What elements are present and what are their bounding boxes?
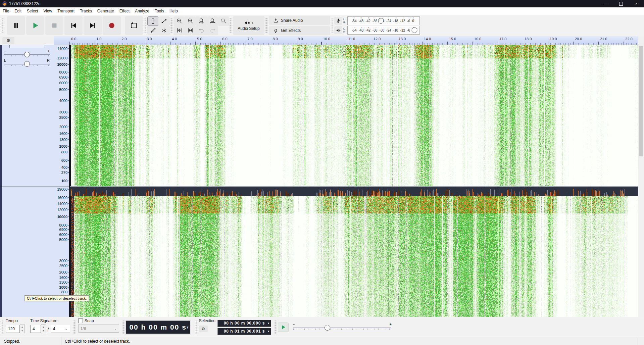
time-signature-lower[interactable]: 4⌄: [51, 325, 70, 333]
silence-audio-button[interactable]: [185, 26, 196, 35]
audio-position-display[interactable]: 00 h 00 m 00 s ▼: [126, 321, 190, 334]
freq-label: 16000: [57, 196, 67, 200]
record-volume-knob[interactable]: [378, 18, 384, 24]
record-meter-scale[interactable]: -54-48-42-36-30-24-18-12-60: [347, 16, 420, 25]
stop-button[interactable]: [45, 16, 63, 35]
track-1-control-panel[interactable]: − + L R: [0, 45, 54, 187]
time-signature-upper[interactable]: 4 ▲▼: [30, 325, 46, 333]
skip-to-start-button[interactable]: [64, 16, 83, 35]
skip-to-end-button[interactable]: [84, 16, 102, 35]
menu-tools[interactable]: Tools: [152, 8, 167, 14]
minimize-button[interactable]: [598, 0, 613, 7]
fit-selection-button[interactable]: [196, 16, 207, 26]
speaker-small-icon[interactable]: [334, 26, 342, 34]
menu-effect[interactable]: Effect: [117, 8, 132, 14]
pause-button[interactable]: [7, 16, 25, 35]
tempo-value[interactable]: 120: [6, 325, 20, 333]
menu-generate[interactable]: Generate: [95, 8, 117, 14]
audio-setup-button[interactable]: ▾ Audio Setup: [233, 16, 264, 35]
menu-edit[interactable]: Edit: [12, 8, 24, 14]
zoom-toggle-button[interactable]: [218, 16, 229, 26]
snap-interval-dropdown[interactable]: 1/8⌄: [78, 325, 119, 333]
toolbar-grip[interactable]: [170, 18, 172, 33]
time-signature-spinner[interactable]: ▲▼: [41, 325, 46, 333]
toolbar-grip[interactable]: [195, 321, 197, 334]
toolbar-grip[interactable]: [275, 321, 277, 334]
freq-label: 2500: [59, 264, 67, 268]
undo-button[interactable]: [196, 26, 207, 35]
toolbar-grip[interactable]: [122, 321, 125, 334]
toolbar-grip[interactable]: [144, 18, 146, 33]
meter-scale-number: -12: [400, 19, 405, 23]
ruler-label: 16.0: [474, 37, 481, 41]
trim-audio-button[interactable]: [174, 26, 185, 35]
meter-scale-number: -18: [393, 29, 398, 32]
toolbar-grip[interactable]: [331, 18, 333, 33]
record-button[interactable]: [103, 16, 121, 35]
playback-meter[interactable]: LR -54-48-42-36-30-24-18-12-60: [334, 26, 420, 35]
recording-meter[interactable]: LR -54-48-42-36-30-24-18-12-60: [334, 16, 420, 25]
freq-label: 10000: [57, 62, 67, 66]
track-1-frequency-scale[interactable]: 1400012000100008000690060005000400030002…: [54, 45, 70, 187]
timeline-options-button[interactable]: ⚙: [2, 37, 14, 44]
fit-project-button[interactable]: [207, 16, 218, 26]
pan-knob[interactable]: [24, 61, 30, 67]
menu-select[interactable]: Select: [24, 8, 41, 14]
menu-tracks[interactable]: Tracks: [77, 8, 95, 14]
redo-button[interactable]: [207, 26, 218, 35]
snap-checkbox[interactable]: [78, 318, 83, 323]
envelope-tool-button[interactable]: [158, 16, 170, 26]
play-button[interactable]: [26, 16, 44, 35]
maximize-button[interactable]: [613, 0, 629, 7]
playback-meter-scale[interactable]: -54-48-42-36-30-24-18-12-60: [347, 26, 420, 35]
ruler-label: 21.0: [600, 37, 607, 41]
ruler-label: 18.0: [525, 37, 532, 41]
loop-button[interactable]: [125, 16, 143, 35]
menu-transport[interactable]: Transport: [55, 8, 77, 14]
share-audio-button[interactable]: Share Audio: [269, 16, 330, 25]
toolbar-grip[interactable]: [1, 18, 3, 33]
selection-end-field[interactable]: 00 h 01 m 30.001 s▼: [217, 328, 271, 335]
playback-volume-knob[interactable]: [412, 28, 417, 33]
microphone-icon[interactable]: [334, 17, 342, 25]
meter-scale-number: -48: [359, 19, 363, 23]
speed-knob[interactable]: [325, 325, 330, 331]
toolbar-grip[interactable]: [230, 18, 232, 33]
tempo-spinner[interactable]: ▲▼: [20, 325, 25, 333]
toolbar-grip[interactable]: [265, 18, 268, 33]
ruler-label: 17.0: [499, 37, 506, 41]
dropdown-caret-icon[interactable]: ▼: [186, 326, 189, 329]
menu-analyze[interactable]: Analyze: [132, 8, 152, 14]
playback-speed-slider[interactable]: − +: [293, 322, 392, 332]
effects-button-clipped[interactable]: [9, 45, 44, 48]
menu-view[interactable]: View: [41, 8, 55, 14]
track-selected-stripe: [0, 187, 2, 317]
multi-tool-button[interactable]: [158, 26, 170, 35]
freq-label: 14000: [57, 47, 67, 51]
draw-tool-button[interactable]: [147, 26, 159, 35]
tempo-spinbox[interactable]: 120 ▲▼: [6, 325, 25, 333]
pan-slider[interactable]: L R: [3, 58, 50, 67]
status-message: Ctrl+Click to select or deselect track.: [61, 337, 638, 345]
track-2-spectrogram[interactable]: [69, 187, 638, 317]
zoom-out-button[interactable]: [185, 16, 196, 26]
zoom-in-button[interactable]: [174, 16, 185, 26]
selection-tool-button[interactable]: [147, 16, 159, 26]
close-button[interactable]: ×: [629, 0, 644, 7]
get-effects-button[interactable]: Get Effects: [269, 26, 330, 35]
vertical-scrollbar[interactable]: [638, 45, 644, 317]
selection-settings-button[interactable]: ⚙: [199, 326, 208, 332]
menu-help[interactable]: Help: [167, 8, 181, 14]
gain-slider[interactable]: − +: [3, 49, 50, 58]
vertical-scrollbar-thumb[interactable]: [639, 46, 643, 156]
menu-file[interactable]: File: [0, 8, 12, 14]
timeline-ruler[interactable]: 0.01.02.03.04.05.06.07.08.09.010.011.012…: [54, 36, 638, 45]
gain-knob[interactable]: [24, 52, 30, 57]
toolbar-grip[interactable]: [1, 321, 3, 334]
track-1-spectrogram[interactable]: [69, 45, 638, 186]
selection-start-field[interactable]: 00 h 00 m 00.000 s▼: [217, 320, 271, 327]
toolbar-grip[interactable]: [73, 321, 76, 334]
ruler-label: 22.0: [625, 37, 632, 41]
play-at-speed-button[interactable]: [278, 323, 289, 332]
freq-label: 800: [61, 150, 67, 154]
